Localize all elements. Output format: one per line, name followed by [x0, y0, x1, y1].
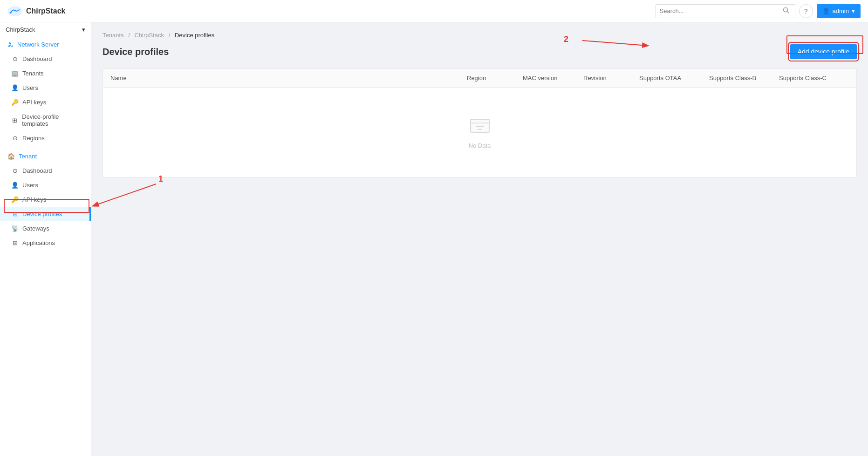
- gateways-icon: 📡: [11, 225, 19, 232]
- sidebar-item-regions[interactable]: ⊙ Regions: [0, 131, 91, 145]
- sidebar-item-applications[interactable]: ⊞ Applications: [0, 236, 91, 250]
- search-box: [656, 4, 795, 18]
- sidebar-item-regions-label: Regions: [22, 135, 45, 142]
- empty-icon: [469, 116, 491, 138]
- tenant-selector-chevron: ▾: [82, 26, 85, 33]
- network-server-icon: 🖧: [7, 41, 14, 48]
- add-device-profile-button[interactable]: Add device profile: [790, 44, 857, 59]
- users-icon: 👤: [11, 84, 19, 91]
- tenants-icon: 🏢: [11, 70, 19, 77]
- col-supports-class-c: Supports Class-C: [779, 75, 849, 82]
- sidebar-item-applications-label: Applications: [22, 239, 55, 246]
- col-supports-class-b: Supports Class-B: [709, 75, 779, 82]
- navbar: ChirpStack ? 👤 admin ▾: [0, 0, 868, 22]
- regions-icon: ⊙: [11, 135, 19, 142]
- breadcrumb-chirpstack[interactable]: ChirpStack: [134, 32, 164, 39]
- col-supports-otaa: Supports OTAA: [639, 75, 709, 82]
- sidebar-item-gateways-label: Gateways: [22, 225, 49, 232]
- sidebar-item-api-keys-label: API keys: [22, 99, 46, 106]
- device-profile-templates-icon: ⊞: [11, 117, 18, 124]
- search-button[interactable]: [781, 6, 791, 16]
- col-name: Name: [110, 75, 467, 82]
- api-keys-icon: 🔑: [11, 99, 19, 106]
- page-title: Device profiles: [103, 47, 169, 57]
- main-content: Tenants / ChirpStack / Device profiles D…: [91, 22, 868, 456]
- breadcrumb-sep-1: /: [128, 32, 130, 39]
- breadcrumb-tenants[interactable]: Tenants: [103, 32, 124, 39]
- sidebar-item-api-keys[interactable]: 🔑 API keys: [0, 95, 91, 109]
- sidebar-item-tenant-api-keys-label: API keys: [22, 196, 46, 203]
- sidebar: ChirpStack ▾ 🖧 Network Server ⊙ Dashboar…: [0, 22, 91, 456]
- table-empty-state: No Data: [103, 88, 856, 177]
- col-revision: Revision: [583, 75, 639, 82]
- help-button[interactable]: ?: [799, 4, 813, 18]
- empty-text: No Data: [469, 142, 491, 149]
- admin-chevron-icon: ▾: [852, 7, 855, 14]
- device-profiles-table: Name Region MAC version Revision Support…: [103, 68, 857, 177]
- layout: ChirpStack ▾ 🖧 Network Server ⊙ Dashboar…: [0, 22, 868, 456]
- sidebar-item-tenant-users-label: Users: [22, 182, 38, 189]
- sidebar-item-device-profiles-label: Device profiles: [22, 211, 62, 218]
- logo-icon: [7, 6, 22, 16]
- svg-point-0: [7, 6, 22, 16]
- navbar-right: ? 👤 admin ▾: [656, 4, 861, 18]
- tenant-section: 🏠 Tenant: [0, 149, 91, 163]
- svg-rect-4: [471, 119, 489, 132]
- network-server-label: Network Server: [17, 41, 59, 48]
- sidebar-item-device-profile-templates[interactable]: ⊞ Device-profile templates: [0, 109, 91, 131]
- col-region: Region: [467, 75, 523, 82]
- sidebar-item-device-profile-templates-label: Device-profile templates: [22, 113, 83, 127]
- sidebar-item-gateways[interactable]: 📡 Gateways: [0, 221, 91, 236]
- breadcrumb-sep-2: /: [169, 32, 171, 39]
- logo-text: ChirpStack: [26, 7, 65, 15]
- tenant-section-icon: 🏠: [7, 153, 15, 160]
- breadcrumb-current: Device profiles: [175, 32, 214, 39]
- sidebar-item-tenant-users[interactable]: 👤 Users: [0, 178, 91, 192]
- sidebar-item-tenant-dashboard-label: Dashboard: [22, 167, 52, 174]
- sidebar-item-dashboard[interactable]: ⊙ Dashboard: [0, 52, 91, 66]
- logo: ChirpStack: [7, 6, 65, 16]
- sidebar-item-device-profiles[interactable]: ⊞ Device profiles: [0, 207, 91, 221]
- tenant-selector-label: ChirpStack: [6, 26, 35, 33]
- table-header: Name Region MAC version Revision Support…: [103, 69, 856, 88]
- sidebar-item-dashboard-label: Dashboard: [22, 55, 52, 62]
- svg-line-3: [787, 12, 789, 14]
- search-input[interactable]: [660, 7, 781, 14]
- admin-button[interactable]: 👤 admin ▾: [817, 4, 861, 18]
- sidebar-item-tenant-dashboard[interactable]: ⊙ Dashboard: [0, 163, 91, 178]
- sidebar-item-tenants-label: Tenants: [22, 70, 44, 77]
- col-mac-version: MAC version: [523, 75, 583, 82]
- tenant-section-label: Tenant: [19, 153, 37, 160]
- sidebar-item-users-label: Users: [22, 84, 38, 91]
- svg-point-1: [10, 12, 12, 14]
- sidebar-item-users[interactable]: 👤 Users: [0, 81, 91, 95]
- tenant-dashboard-icon: ⊙: [11, 167, 19, 174]
- applications-icon: ⊞: [11, 239, 19, 246]
- network-server-section: 🖧 Network Server: [0, 37, 91, 52]
- breadcrumb: Tenants / ChirpStack / Device profiles: [103, 32, 857, 39]
- tenant-api-keys-icon: 🔑: [11, 196, 19, 203]
- device-profiles-icon: ⊞: [11, 211, 19, 218]
- tenant-users-icon: 👤: [11, 182, 19, 189]
- sidebar-item-tenant-api-keys[interactable]: 🔑 API keys: [0, 192, 91, 207]
- sidebar-item-tenants[interactable]: 🏢 Tenants: [0, 66, 91, 81]
- tenant-selector[interactable]: ChirpStack ▾: [0, 22, 91, 37]
- admin-user-icon: 👤: [822, 7, 830, 14]
- admin-label: admin: [833, 7, 849, 14]
- dashboard-icon: ⊙: [11, 55, 19, 62]
- page-header: Device profiles Add device profile: [103, 44, 857, 59]
